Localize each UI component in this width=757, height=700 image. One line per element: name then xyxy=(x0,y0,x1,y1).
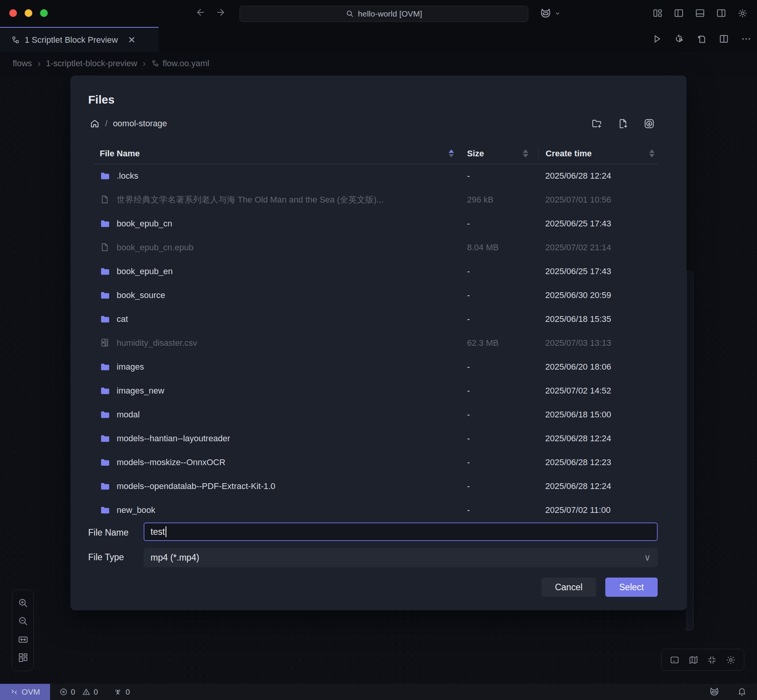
zoom-in-icon[interactable] xyxy=(17,597,29,609)
sort-size[interactable] xyxy=(523,149,528,157)
file-create-time-cell: 2025/07/01 10:56 xyxy=(538,195,658,205)
ports-indicator[interactable]: 0 xyxy=(113,687,130,697)
breadcrumb-item-flows[interactable]: flows xyxy=(13,59,32,69)
home-icon[interactable] xyxy=(90,119,100,129)
table-row[interactable]: .locks - 2025/06/28 12:24 xyxy=(94,164,658,188)
center-view-icon[interactable] xyxy=(707,655,717,665)
table-row[interactable]: models--moskize--OnnxOCR - 2025/06/28 12… xyxy=(94,450,658,474)
forward-icon[interactable] xyxy=(216,7,227,18)
file-create-time-cell: 2025/07/03 13:13 xyxy=(538,338,658,348)
status-bar: OVM 0 0 0 xyxy=(0,684,757,700)
minimize-window-button[interactable] xyxy=(25,9,32,17)
toggle-primary-sidebar-icon[interactable] xyxy=(674,8,684,18)
command-center-search[interactable]: hello-world [OVM] xyxy=(239,6,528,22)
folder-icon xyxy=(100,385,111,396)
split-editor-icon[interactable] xyxy=(718,33,729,44)
file-size-cell: - xyxy=(467,410,538,420)
more-actions-icon[interactable] xyxy=(741,33,752,44)
file-create-time-cell: 2025/06/28 12:24 xyxy=(538,171,658,181)
file-create-time-cell: 2025/06/18 15:35 xyxy=(538,314,658,324)
column-header-create-time[interactable]: Create time xyxy=(538,149,658,159)
file-name-cell: book_epub_cn xyxy=(117,219,172,229)
table-row[interactable]: images - 2025/06/20 18:06 xyxy=(94,355,658,379)
auto-layout-icon[interactable] xyxy=(17,652,29,663)
toggle-panel-icon[interactable] xyxy=(695,8,705,18)
table-row[interactable]: book_epub_cn.epub 8.04 MB 2025/07/02 21:… xyxy=(94,236,658,260)
file-create-time-cell: 2025/06/20 18:06 xyxy=(538,362,658,372)
fit-width-icon[interactable] xyxy=(17,634,29,645)
file-name-cell: images xyxy=(117,362,144,372)
zoom-out-icon[interactable] xyxy=(17,615,29,627)
folder-icon xyxy=(100,171,111,181)
minimap-icon[interactable] xyxy=(688,655,699,665)
background-panel-edge xyxy=(687,271,693,631)
table-row[interactable]: humidity_disaster.csv 62.3 MB 2025/07/03… xyxy=(94,331,658,355)
zoom-window-button[interactable] xyxy=(40,9,48,17)
file-name-cell: humidity_disaster.csv xyxy=(117,338,197,348)
mascot-cat-icon[interactable] xyxy=(708,686,720,698)
tab-scriptlet-block-preview[interactable]: 1 Scriptlet Block Preview ✕ xyxy=(0,27,159,52)
remote-indicator-ovm[interactable]: OVM xyxy=(0,684,50,700)
breadcrumb: flows › 1-scriptlet-block-preview › flow… xyxy=(0,52,757,75)
table-row[interactable]: 世界经典文学名著系列老人与海 The Old Man and the Sea (… xyxy=(94,188,658,212)
broadcast-icon xyxy=(113,687,122,697)
path-separator: / xyxy=(105,119,107,129)
folder-icon xyxy=(100,409,111,420)
file-name-cell: models--moskize--OnnxOCR xyxy=(117,457,225,467)
settings-gear-icon[interactable] xyxy=(737,8,748,18)
notifications-bell-icon[interactable] xyxy=(737,687,747,697)
remote-icon xyxy=(10,688,18,696)
sort-create-time[interactable] xyxy=(649,149,655,157)
table-row[interactable]: book_source - 2025/06/30 20:59 xyxy=(94,283,658,307)
canvas-view-toolbar xyxy=(661,649,744,671)
open-preview-icon[interactable] xyxy=(696,33,707,44)
column-header-file-name[interactable]: File Name xyxy=(94,149,467,159)
close-window-button[interactable] xyxy=(9,9,17,17)
download-icon[interactable] xyxy=(643,118,655,129)
breadcrumb-item-file[interactable]: flow.oo.yaml xyxy=(151,59,209,69)
files-dialog: Files / oomol-storage File Name Siz xyxy=(70,75,687,610)
cancel-button[interactable]: Cancel xyxy=(541,578,596,597)
assistant-menu[interactable] xyxy=(539,7,561,20)
folder-icon xyxy=(100,457,111,468)
table-row[interactable]: book_epub_cn - 2025/06/25 17:43 xyxy=(94,212,658,236)
table-row[interactable]: images_new - 2025/07/02 14:52 xyxy=(94,379,658,403)
folder-icon xyxy=(100,314,111,325)
folder-icon xyxy=(100,433,111,444)
new-file-icon[interactable] xyxy=(617,118,629,129)
path-current-folder[interactable]: oomol-storage xyxy=(113,119,167,129)
folder-icon xyxy=(100,362,111,372)
flow-icon xyxy=(151,59,159,68)
new-folder-icon[interactable] xyxy=(591,118,603,129)
file-size-cell: - xyxy=(467,481,538,491)
file-type-label: File Type xyxy=(88,552,124,563)
column-header-size[interactable]: Size xyxy=(467,149,538,159)
folder-icon xyxy=(100,481,111,492)
file-name-input[interactable]: test xyxy=(144,522,658,541)
file-name-cell: 世界经典文学名著系列老人与海 The Old Man and the Sea (… xyxy=(117,194,384,206)
toggle-secondary-sidebar-icon[interactable] xyxy=(716,8,726,18)
file-name-label: File Name xyxy=(88,528,129,538)
table-row[interactable]: models--hantian--layoutreader - 2025/06/… xyxy=(94,427,658,450)
panel-toggle-icon[interactable] xyxy=(669,655,680,665)
customize-layout-icon[interactable] xyxy=(653,8,663,18)
settings-gear-icon[interactable] xyxy=(725,655,736,665)
table-row[interactable]: modal - 2025/06/18 15:00 xyxy=(94,403,658,427)
table-row[interactable]: book_epub_en - 2025/06/25 17:43 xyxy=(94,260,658,283)
text-cursor xyxy=(166,526,166,537)
breadcrumb-item-flow-folder[interactable]: 1-scriptlet-block-preview xyxy=(46,59,137,69)
file-size-cell: - xyxy=(467,290,538,300)
table-row[interactable]: cat - 2025/06/18 15:35 xyxy=(94,307,658,331)
sort-file-name[interactable] xyxy=(449,149,454,157)
file-type-select[interactable]: mp4 (*.mp4) ∨ xyxy=(144,548,658,567)
run-icon[interactable] xyxy=(651,33,662,44)
close-tab-icon[interactable]: ✕ xyxy=(128,35,136,45)
back-icon[interactable] xyxy=(194,7,205,18)
file-size-cell: - xyxy=(467,457,538,467)
select-button[interactable]: Select xyxy=(605,578,658,597)
table-row[interactable]: new_book - 2025/07/02 11:00 xyxy=(94,498,658,521)
search-text: hello-world [OVM] xyxy=(358,9,422,18)
rerun-icon[interactable] xyxy=(674,33,685,44)
table-row[interactable]: models--opendatalab--PDF-Extract-Kit-1.0… xyxy=(94,474,658,498)
problems-indicator[interactable]: 0 0 xyxy=(59,688,98,697)
